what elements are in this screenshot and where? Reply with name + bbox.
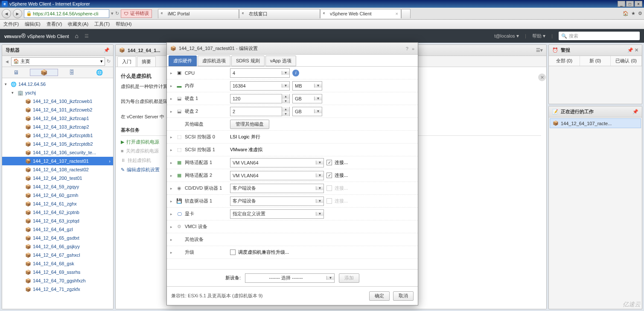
search-input[interactable]: 🔍 搜索 <box>559 32 640 40</box>
tree-item[interactable]: 📦144_12_64_62_jcptnb <box>2 208 113 217</box>
menu-favorites[interactable]: 收藏夹(A) <box>68 21 88 27</box>
tree-item[interactable]: 📦144_12_64_68_gsk <box>2 259 113 268</box>
tree-item[interactable]: 📦144_12_64_106_security_te... <box>2 148 113 157</box>
tree-item[interactable]: 📦144_12_64_104_jkzfzcptdb1 <box>2 131 113 140</box>
tree-item[interactable]: 📦144_12_64_65_gsdtxt <box>2 234 113 242</box>
dropdown-icon[interactable]: ▾ <box>111 11 114 16</box>
tree-item[interactable]: 📦144_12_64_67_gshxcl <box>2 251 113 259</box>
new-tab-button[interactable] <box>401 9 411 18</box>
tree-item[interactable]: 📦144_12_64_101_jkzfzcweb2 <box>2 106 113 114</box>
cert-error[interactable]: 🛡 证书错误 <box>121 9 152 18</box>
tree-item[interactable]: 📦144_12_64_200_test01 <box>2 174 113 182</box>
tree-item[interactable]: ▾🌐144.12.64.56 <box>2 80 113 88</box>
help-menu[interactable]: 帮助 ▾ <box>532 33 545 39</box>
cancel-button[interactable]: 取消 <box>393 291 414 301</box>
tree-item[interactable]: 📦144_12_64_63_jcptqd <box>2 217 113 225</box>
net1-select[interactable]: VM VLAN64▼ <box>230 158 324 167</box>
tab-sdrs[interactable]: SDRS 规则 <box>231 56 265 66</box>
menu-edit[interactable]: 编辑(E) <box>25 21 41 27</box>
back-button[interactable]: ◄ <box>2 9 11 18</box>
pin-icon[interactable]: 📌 <box>632 109 638 114</box>
tab-vm-options[interactable]: 虚拟机选项 <box>198 56 230 66</box>
net2-connect-checkbox[interactable]: ✓ <box>326 173 332 178</box>
tree-item[interactable]: ▾🏢yschj <box>2 88 113 97</box>
disk1-unit[interactable]: GB▼ <box>292 94 322 103</box>
favorites-icon[interactable]: ★ <box>631 11 635 16</box>
upgrade-checkbox[interactable] <box>230 249 236 255</box>
ok-button[interactable]: 确定 <box>369 291 390 301</box>
menu-file[interactable]: 文件(F) <box>3 21 19 27</box>
minimize-dialog-icon[interactable]: » <box>412 46 414 51</box>
tab-close-icon[interactable]: × <box>396 11 398 16</box>
menu-view[interactable]: 查看(V) <box>47 21 62 27</box>
storage-view-icon[interactable]: 🗄 <box>58 69 86 76</box>
pin-icon[interactable]: 📌 <box>104 47 110 53</box>
work-item[interactable]: 📦144_12_64_107_racte... <box>550 118 641 128</box>
tools-icon[interactable]: ⚙ <box>638 11 642 16</box>
tree-item[interactable]: 📦144_12_64_107_ractest01› <box>2 157 113 165</box>
net2-select[interactable]: VM VLAN64▼ <box>230 171 324 180</box>
ie-menu-bar: 文件(F) 编辑(E) 查看(V) 收藏夹(A) 工具(T) 帮助(H) <box>0 20 644 29</box>
disk2-unit[interactable]: GB▼ <box>292 107 322 116</box>
help-icon[interactable]: ? <box>406 46 408 51</box>
tree-item[interactable]: 📦144_12_64_64_gzl <box>2 225 113 234</box>
tree-item[interactable]: 📦144_12_64_71_zgzkfx <box>2 285 113 293</box>
scsi-icon: ⬚ <box>176 147 183 153</box>
tree-item[interactable]: 📦144_12_64_59_zgqyy <box>2 182 113 191</box>
back-icon[interactable]: ◄ <box>5 59 9 64</box>
new-device-select[interactable]: ------- 选择 -------▼ <box>245 273 335 283</box>
tree-item[interactable]: 📦144_12_64_70_ggshfxzh <box>2 276 113 285</box>
refresh-icon[interactable]: ↻ <box>115 11 119 16</box>
hosts-view-icon[interactable]: 🖥 <box>2 69 30 76</box>
home-icon[interactable]: ⌂ <box>75 32 79 39</box>
tab-virtual-hardware[interactable]: 虚拟硬件 <box>169 56 197 66</box>
add-device-button[interactable]: 添加 <box>339 273 359 283</box>
alarm-tab-new[interactable]: 新 (0) <box>580 56 611 66</box>
pin-icon[interactable]: 📌 ✕ <box>627 47 638 53</box>
video-select[interactable]: 指定自定义设置▼ <box>230 209 324 219</box>
watermark: 亿速云 <box>623 301 641 308</box>
floppy-select[interactable]: 客户端设备▼ <box>230 197 324 206</box>
cd-select[interactable]: 客户端设备▼ <box>230 184 324 193</box>
alarm-tab-all[interactable]: 全部 (0) <box>549 56 580 66</box>
cpu-select[interactable]: 4▼ <box>230 68 290 78</box>
net1-connect-checkbox[interactable]: ✓ <box>326 160 332 165</box>
disk2-input[interactable]: 2▲▼ <box>230 107 290 116</box>
forward-button[interactable]: ► <box>13 9 22 18</box>
tree-item[interactable]: 📦144_12_64_108_ractest02 <box>2 165 113 174</box>
alarm-tab-ack[interactable]: 已确认 (0) <box>611 56 642 66</box>
tab-getting-started[interactable]: 入门 <box>117 56 136 67</box>
tree-item[interactable]: 📦144_12_64_103_jkzfzcap2 <box>2 123 113 131</box>
menu-help[interactable]: 帮助(H) <box>116 21 131 27</box>
memory-input[interactable]: 16384▼ <box>230 81 290 91</box>
tab-vsphere[interactable]: evSphere Web Client× <box>320 9 401 18</box>
tree-item[interactable]: 📦144_12_64_100_jkzfzcweb1 <box>2 97 113 106</box>
disk1-input[interactable]: 120▲▼ <box>230 94 290 103</box>
menu-tools[interactable]: 工具(T) <box>94 21 110 27</box>
minimize-button[interactable]: _ <box>618 1 625 7</box>
address-bar[interactable]: 🔒 https://144.12.64.56/vsphere-cli <box>24 9 109 18</box>
tree-item[interactable]: 📦144_12_64_105_jkzfzcptdb2 <box>2 140 113 148</box>
tab-vapp[interactable]: vApp 选项 <box>265 56 296 66</box>
tree-item[interactable]: 📦144_12_64_102_jkzfzcap1 <box>2 114 113 123</box>
history-icon[interactable]: ↻ <box>107 59 111 64</box>
tree-item[interactable]: 📦144_12_64_60_gzmh <box>2 191 113 200</box>
tree-item[interactable]: 📦144_12_64_66_gsjkyy <box>2 242 113 251</box>
tree-item[interactable]: 📦144_12_64_69_sssrhs <box>2 268 113 276</box>
network-view-icon[interactable]: 🌐 <box>86 69 114 76</box>
tab-online[interactable]: e在线窗口 <box>239 9 320 18</box>
memory-unit[interactable]: MB▼ <box>292 81 322 91</box>
maximize-button[interactable]: □ <box>626 1 634 7</box>
tree-item[interactable]: 📦144_12_64_61_zghx <box>2 200 113 208</box>
user-menu[interactable]: t@localos ▾ <box>494 33 519 39</box>
close-content-icon[interactable]: ✕ <box>538 73 546 81</box>
info-icon[interactable]: i <box>292 70 299 76</box>
breadcrumb-home[interactable]: 🏠 主页 ▾ <box>11 57 105 66</box>
close-button[interactable]: × <box>635 1 642 7</box>
manage-disks-button[interactable]: 管理其他磁盘 <box>230 120 269 129</box>
vms-view-icon[interactable]: 📦 <box>30 69 58 76</box>
tab-imc[interactable]: eiMC Portal <box>158 9 239 18</box>
tab-summary[interactable]: 摘要 <box>137 56 156 67</box>
home-icon[interactable]: 🏠 <box>623 11 629 16</box>
actions-icon[interactable]: ☰▾ <box>536 47 543 53</box>
